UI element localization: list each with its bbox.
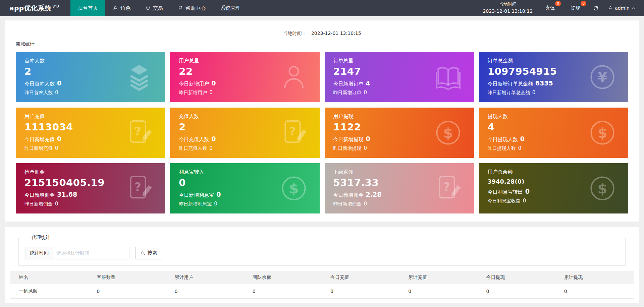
stat-card-user-withdraw: 用户提现 1122 今日新增提现0 昨日新增提现0 — [325, 108, 474, 158]
stat-card-first-recharge-users: 首冲人数 2 今日首冲人数0 昨日首冲人数0 — [16, 52, 165, 102]
stat-card-grab-commission: 抢单佣金 215150405.19 今日新增佣金31.68 昨日新增佣金0 — [16, 163, 165, 213]
note-edit-icon — [434, 174, 463, 203]
stat-time-label: 统计时间 — [25, 247, 53, 259]
stat-cards-grid: 首冲人数 2 今日首冲人数0 昨日首冲人数0 用户总量 22 今日新增用户0 昨… — [10, 52, 634, 213]
user-icon — [113, 5, 118, 11]
user-icon — [608, 6, 613, 10]
refresh-icon — [593, 5, 599, 11]
col-header-name: 姓名 — [10, 271, 88, 284]
col-header-today-withdraw: 今日提现 — [478, 271, 556, 284]
nav-item-roles[interactable]: 角色 — [105, 0, 138, 16]
agent-stats-legend: 代理统计 — [28, 235, 54, 241]
stat-card-user-total-balance: 用户总余额 3940.28(0) 今日利息宝转出0 今日利息宝收益0 — [479, 163, 628, 213]
withdraw-button[interactable]: 提现 0 — [568, 5, 584, 11]
stat-time-input[interactable] — [53, 247, 129, 259]
yen-icon — [588, 63, 617, 91]
stat-card-sub-rebate: 下级返佣 5317.33 今日新增佣金2.28 昨日新增佣金0 — [325, 163, 474, 213]
user-icon — [279, 63, 308, 91]
col-header-team-balance: 团队余额 — [244, 271, 322, 284]
table-row: 一帆风顺 0 0 0 0 0 0 0 — [10, 284, 634, 299]
nav-item-help-center[interactable]: 帮助中心 — [170, 0, 213, 16]
header-local-time: 当地时间 2023-12-01 13:10:12 — [483, 1, 533, 15]
recharge-button[interactable]: 充值 0 — [542, 5, 558, 11]
nav-item-system[interactable]: 系统管理 — [213, 0, 248, 16]
book-icon — [434, 63, 463, 91]
withdraw-badge: 0 — [581, 1, 586, 6]
recharge-badge: 0 — [555, 1, 561, 6]
top-header: app优化系统V18 后台首页 角色 交易 帮助中心 系统管理 当地时间 202… — [0, 0, 644, 16]
cell-name: 一帆风顺 — [10, 284, 88, 299]
agent-stats-fieldset: 代理统计 统计时间 搜索 — [18, 235, 626, 266]
note-edit-icon — [279, 118, 308, 147]
layers-icon — [125, 63, 154, 91]
note-edit-icon — [125, 174, 154, 203]
stats-panel: 当地时间： 2023-12-01 13:10:15 商城统计 首冲人数 2 今日… — [5, 20, 639, 222]
scales-icon — [145, 5, 151, 11]
agent-search-form: 统计时间 搜索 — [25, 247, 619, 259]
agent-stats-panel: 代理统计 统计时间 搜索 姓名 客服数量 累计用户 团队余额 今日充值 累计充值… — [5, 227, 639, 303]
note-edit-icon — [125, 118, 154, 147]
stat-card-withdraw-users: 提现人数 4 今日提现人数0 昨日提现人数0 — [479, 108, 628, 158]
refresh-button[interactable] — [593, 5, 599, 11]
search-icon — [141, 251, 146, 256]
nav-item-dashboard[interactable]: 后台首页 — [70, 0, 105, 16]
stat-card-interest-transfer-in: 利息宝转入 0 今日新增利息宝0 昨日新增利息宝0 — [170, 163, 319, 213]
table-header-row: 姓名 客服数量 累计用户 团队余额 今日充值 累计充值 今日提现 累计提现 — [10, 271, 634, 284]
col-header-service-count: 客服数量 — [88, 271, 166, 284]
nav-item-trade[interactable]: 交易 — [138, 0, 170, 16]
local-time-value: 2023-12-01 13:10:15 — [311, 30, 361, 36]
app-logo-text: app优化系统 — [9, 4, 52, 13]
user-name: admin — [615, 5, 630, 11]
stat-card-total-orders: 订单总量 2147 今日新增订单4 昨日新增订单0 — [325, 52, 474, 102]
stat-card-total-order-amount: 订单总金额 1097954915 今日新增订单总金额6335 昨日新增订单总金额… — [479, 52, 628, 102]
main-nav: 后台首页 角色 交易 帮助中心 系统管理 — [70, 0, 248, 16]
dollar-icon — [588, 174, 617, 203]
col-header-total-withdraw: 累计提现 — [556, 271, 634, 284]
app-logo-version: V18 — [53, 5, 60, 9]
stat-card-recharge-users: 充值人数 2 今日充值人数0 昨日充值人数0 — [170, 108, 319, 158]
search-button[interactable]: 搜索 — [136, 247, 162, 259]
stat-card-total-users: 用户总量 22 今日新增用户0 昨日新增用户0 — [170, 52, 319, 102]
agent-table: 姓名 客服数量 累计用户 团队余额 今日充值 累计充值 今日提现 累计提现 一帆… — [10, 271, 634, 299]
section-title-mall-stats: 商城统计 — [16, 41, 634, 47]
col-header-total-recharge: 累计充值 — [400, 271, 478, 284]
col-header-today-recharge: 今日充值 — [322, 271, 400, 284]
local-time-row: 当地时间： 2023-12-01 13:10:15 — [10, 25, 634, 41]
dollar-icon — [279, 174, 308, 203]
col-header-total-users: 累计用户 — [166, 271, 244, 284]
dollar-icon — [588, 118, 617, 147]
app-logo: app优化系统V18 — [0, 0, 70, 16]
local-time-label: 当地时间： — [283, 30, 306, 36]
user-menu[interactable]: admin — [608, 5, 635, 11]
chevron-up-icon — [632, 6, 635, 10]
flag-icon — [178, 5, 183, 11]
header-right: 当地时间 2023-12-01 13:10:12 充值 0 提现 0 admin — [483, 0, 644, 16]
dollar-icon — [434, 118, 463, 147]
stat-card-user-recharge: 用户充值 1113034 今日新增充值0 昨日新增充值0 — [16, 108, 165, 158]
